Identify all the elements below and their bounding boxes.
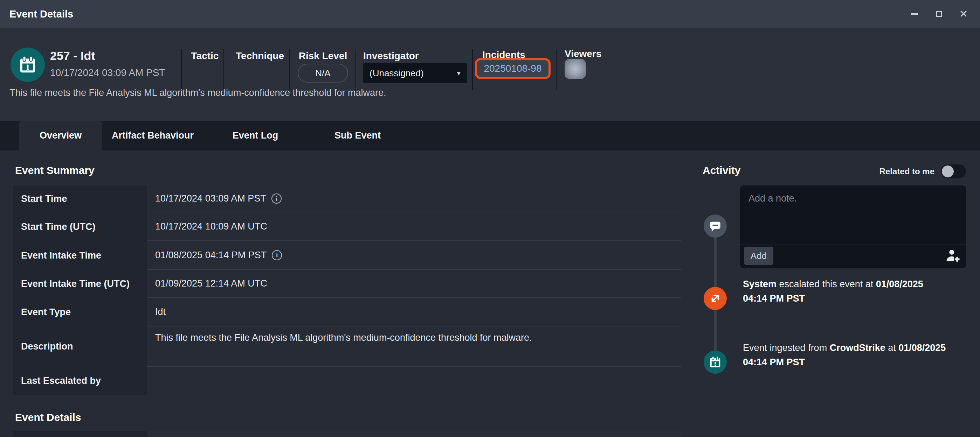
row-label: Event Intake Time (UTC) [13,270,147,298]
row-value-text: This file meets the File Analysis ML alg… [155,332,532,343]
minimize-button[interactable] [908,8,920,20]
note-input[interactable] [740,185,966,244]
add-note-button[interactable]: Add [744,247,773,265]
note-footer: Add [740,244,966,268]
row-label: Event Intake Time [13,241,147,270]
chevron-down-icon: ▾ [457,69,461,77]
row-label: Description [13,326,147,367]
row-value [147,367,681,395]
row-value: 10/17/2024 03:09 AM PST i [147,185,681,212]
event-id-title: 257 - Idt [50,49,95,63]
incident-link[interactable]: 20250108-98 [484,63,541,74]
related-to-me-control: Related to me [880,165,966,179]
table-row: Last Escalated by [13,367,681,395]
entry-source: CrowdStrike [830,342,885,353]
calendar-alert-icon [704,351,727,374]
header-divider [289,49,290,90]
entry-actor: System [743,279,776,289]
entry-text: at [885,342,899,353]
technique-label: Technique [236,51,284,62]
row-value [147,431,681,437]
tab-overview[interactable]: Overview [19,121,102,150]
incident-highlight-annotation: 20250108-98 [475,58,550,79]
calendar-alert-icon [11,48,45,82]
info-icon[interactable]: i [272,193,282,204]
activity-entry-escalated: System escalated this event at 01/08/202… [743,277,967,306]
table-row: Start Time (UTC) 10/17/2024 10:09 AM UTC [13,212,681,241]
related-to-me-toggle[interactable] [941,165,966,179]
event-summary-title: Event Summary [15,165,95,176]
tab-sub-event[interactable]: Sub Event [334,121,381,150]
row-value: 01/09/2025 12:14 AM UTC [147,270,681,298]
activity-title: Activity [703,165,740,176]
row-value-text: 01/08/2025 04:14 PM PST [155,250,267,261]
overview-panel: Event Summary Start Time 10/17/2024 03:0… [0,150,980,437]
info-icon[interactable]: i [272,250,282,260]
maximize-button[interactable] [933,8,945,20]
event-timestamp: 10/17/2024 03:09 AM PST [50,67,165,78]
close-icon: ✕ [959,9,968,19]
event-header: 257 - Idt 10/17/2024 03:09 AM PST Tactic… [0,28,980,121]
table-row: Description This file meets the File Ana… [13,326,681,367]
event-description: This file meets the File Analysis ML alg… [10,87,386,98]
row-value: This file meets the File Analysis ML alg… [147,326,681,367]
header-divider [223,49,224,90]
row-value-text: Idt [155,307,165,317]
escalate-icon [704,287,727,310]
investigator-value: (Unassigned) [369,68,424,79]
table-row: Event Intake Time (UTC) 01/09/2025 12:14… [13,270,681,298]
tactic-label: Tactic [191,51,219,62]
row-label [13,431,147,437]
entry-text: Event ingested from [743,342,830,353]
table-row: Event Intake Time 01/08/2025 04:14 PM PS… [13,241,681,270]
row-value-text: 10/17/2024 03:09 AM PST [155,193,266,204]
toggle-knob [942,166,954,177]
row-label: Start Time [13,185,147,212]
row-value: 10/17/2024 10:09 AM UTC [147,212,681,241]
table-row: Start Time 10/17/2024 03:09 AM PST i [13,185,681,212]
header-divider [355,49,355,90]
comment-icon [704,214,727,238]
risk-level-value: N/A [315,68,330,79]
entry-text: escalated this event at [776,279,876,289]
investigator-label: Investigator [363,51,419,62]
tab-event-log[interactable]: Event Log [232,121,278,150]
row-value: Idt [147,298,681,326]
window-title: Event Details [10,8,73,20]
event-details-title: Event Details [15,412,81,423]
row-value-text: 01/09/2025 12:14 AM UTC [155,278,267,289]
row-label: Start Time (UTC) [13,212,147,241]
event-summary-table: Start Time 10/17/2024 03:09 AM PST i Sta… [13,185,681,395]
investigator-dropdown[interactable]: (Unassigned) ▾ [363,63,467,83]
maximize-icon [936,11,942,17]
minimize-icon [911,13,918,15]
viewer-avatar[interactable] [565,59,586,79]
add-person-icon[interactable] [945,248,960,263]
viewers-label: Viewers [565,48,601,60]
close-button[interactable]: ✕ [958,8,969,20]
header-divider [472,49,473,90]
header-divider [181,49,182,90]
risk-level-badge: N/A [298,64,348,82]
risk-level-label: Risk Level [299,51,347,62]
note-composer: Add [740,185,966,268]
activity-entry-ingested: Event ingested from CrowdStrike at 01/08… [743,341,967,369]
row-value-text: 10/17/2024 10:09 AM UTC [155,221,267,232]
row-label: Event Type [13,298,147,326]
row-label: Last Escalated by [13,367,147,395]
table-row [13,431,681,437]
window-titlebar: Event Details ✕ [0,0,980,28]
tab-artifact-behaviour[interactable]: Artifact Behaviour [112,121,194,150]
related-to-me-label: Related to me [880,166,934,176]
table-row: Event Type Idt [13,298,681,326]
header-divider [556,49,557,90]
window-controls: ✕ [908,8,969,20]
tab-bar: Overview Artifact Behaviour Event Log Su… [0,121,980,150]
row-value: 01/08/2025 04:14 PM PST i [147,241,681,270]
